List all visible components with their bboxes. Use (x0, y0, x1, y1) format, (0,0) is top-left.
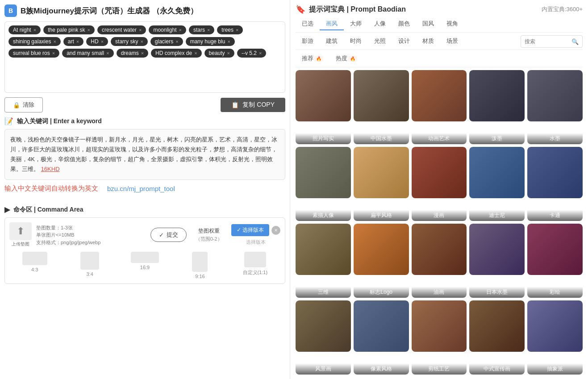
gallery-image (469, 70, 525, 121)
tag-close[interactable]: × (207, 27, 210, 33)
gallery-item[interactable]: 剪纸工艺 (412, 300, 467, 375)
promo-link[interactable]: bzu.cn/mj_prompt_tool (107, 185, 175, 192)
gallery-item[interactable]: 中国水墨 (354, 70, 409, 144)
ratio-item[interactable]: 16:9 (120, 252, 170, 279)
tag-close[interactable]: × (227, 50, 230, 56)
submit-button[interactable]: ✓ 提交 (150, 228, 187, 242)
ratio-item[interactable]: 9:16 (175, 252, 225, 279)
gallery-item[interactable]: 水墨 (527, 70, 583, 144)
gallery-item[interactable]: 迪士尼 (469, 147, 525, 221)
gallery-item[interactable]: 漫画 (412, 147, 467, 221)
ratio-item[interactable]: 3:4 (64, 252, 115, 279)
gallery-image (354, 300, 409, 352)
nav-tab-影游[interactable]: 影游 (296, 35, 320, 48)
clear-button[interactable]: 🔒 清除 (4, 97, 43, 112)
gallery-item-label: 扁平风格 (354, 210, 409, 221)
tag-item: --v 5.2× (237, 49, 266, 58)
tag-label: --v 5.2 (242, 50, 257, 56)
nav-row-2: 影游建筑时尚光照设计材质场景 🔍 (296, 35, 583, 50)
gallery-item[interactable]: 泼墨 (469, 70, 525, 144)
prompt-baodian-title: 🔖 提示词宝典 | Prompt Baodian (296, 4, 406, 14)
app-title-text: B族Midjourney提示词（咒语）生成器 （永久免费） (21, 6, 198, 16)
gallery-item[interactable]: 卡通 (527, 147, 583, 221)
nav-tab-场景[interactable]: 场景 (440, 35, 464, 48)
gallery-item[interactable]: 标志Logo (354, 224, 409, 298)
tag-close[interactable]: × (33, 27, 36, 33)
ratio-preview (131, 252, 159, 263)
upload-format: 支持格式：png/jpg/jpeg/webp (36, 239, 100, 246)
ratio-item[interactable]: 自定义(1:1) (230, 252, 280, 279)
gallery-item-label: 动画艺术 (412, 133, 467, 144)
gallery-item-label: 中国水墨 (354, 133, 409, 144)
gallery-image (296, 147, 351, 198)
gallery-image (354, 70, 409, 121)
tag-close[interactable]: × (53, 39, 56, 44)
upload-label: 上传垫图 (12, 241, 29, 247)
gallery-item[interactable]: 素描人像 (296, 147, 351, 221)
nav-tab-建筑[interactable]: 建筑 (320, 35, 344, 48)
ratio-item[interactable]: 4:3 (9, 252, 60, 279)
gallery-item-label: 迪士尼 (469, 210, 525, 221)
close-version-button[interactable]: × (271, 226, 280, 235)
gallery-item[interactable]: 风景画 (296, 300, 351, 375)
tag-label: crescent water (102, 27, 137, 33)
nav-tab-画风[interactable]: 画风 (320, 18, 344, 30)
tag-close[interactable]: × (106, 50, 109, 56)
tag-close[interactable]: × (236, 27, 238, 33)
nav-tab-已选[interactable]: 已选 (296, 18, 320, 30)
tag-item: glaciers× (150, 37, 183, 46)
gallery-image (527, 224, 583, 275)
tag-close[interactable]: × (227, 39, 230, 44)
gallery-item[interactable]: 彩绘 (527, 224, 583, 298)
tag-close[interactable]: × (141, 50, 144, 56)
nav-tab-视角[interactable]: 视角 (440, 18, 464, 30)
tag-close[interactable]: × (139, 27, 142, 33)
gallery-item[interactable]: 扁平风格 (354, 147, 409, 221)
gallery-item[interactable]: 动画艺术 (412, 70, 467, 144)
tag-item: the pale pink sk× (43, 25, 95, 34)
weight-range: （范围0-2） (196, 236, 222, 242)
keyword-link[interactable]: 16KHD (41, 166, 60, 172)
tag-label: shining galaxies (13, 38, 51, 45)
copy-button[interactable]: 📋 复制 COPY (221, 98, 285, 112)
promo-row: 输入中文关键词自动转换为英文 bzu.cn/mj_prompt_tool (4, 184, 285, 193)
gallery-item[interactable]: 照片写实 (296, 70, 351, 144)
nav-tab-国风[interactable]: 国风 (416, 18, 440, 30)
tag-item: shining galaxies× (8, 37, 61, 46)
tag-close[interactable]: × (76, 39, 79, 44)
tag-close[interactable]: × (140, 39, 143, 44)
tag-close[interactable]: × (179, 27, 181, 33)
tag-close[interactable]: × (175, 39, 178, 44)
search-input[interactable] (525, 38, 569, 45)
gallery-item[interactable]: 中式宣传画 (469, 300, 525, 375)
gallery-item[interactable]: 油画 (412, 224, 467, 298)
nav-tab-大师[interactable]: 大师 (344, 18, 368, 30)
select-version-button[interactable]: ✓ 选择版本 (231, 224, 269, 236)
tag-close[interactable]: × (259, 50, 262, 56)
upload-icon[interactable]: ⬆ (9, 222, 32, 240)
nav-tab-时尚[interactable]: 时尚 (344, 35, 368, 48)
tag-close[interactable]: × (194, 50, 197, 56)
search-box: 🔍 (521, 35, 583, 48)
gallery-item[interactable]: 三维 (296, 224, 351, 298)
nav-tab-颜色[interactable]: 颜色 (392, 18, 416, 30)
tag-close[interactable]: × (101, 39, 104, 44)
nav-tab-光照[interactable]: 光照 (368, 35, 392, 48)
tag-close[interactable]: × (52, 50, 55, 56)
gallery-item-label: 剪纸工艺 (412, 363, 467, 375)
nav-tab-设计[interactable]: 设计 (392, 35, 416, 48)
gallery-item[interactable]: 日本水墨 (469, 224, 525, 298)
tag-item: surreal blue ros× (8, 49, 59, 58)
nav-tab-推荐[interactable]: 推荐🔥 (296, 53, 329, 65)
tag-item: and many small× (62, 49, 113, 58)
nav-tab-热度[interactable]: 热度🔥 (329, 53, 363, 65)
upload-row: ⬆ 上传垫图 垫图数量：1-3张 单张图片<=10MB 支持格式：png/jpg… (9, 222, 280, 247)
nav-tab-材质[interactable]: 材质 (416, 35, 440, 48)
gallery-item-label: 日本水墨 (469, 287, 525, 298)
gallery-item[interactable]: 抽象派 (527, 300, 583, 375)
tag-close[interactable]: × (88, 27, 90, 33)
nav-tab-人像[interactable]: 人像 (368, 18, 392, 30)
search-icon: 🔍 (571, 38, 579, 45)
gallery-item[interactable]: 像素风格 (354, 300, 409, 375)
app-title-row: B B族Midjourney提示词（咒语）生成器 （永久免费） (4, 4, 285, 17)
